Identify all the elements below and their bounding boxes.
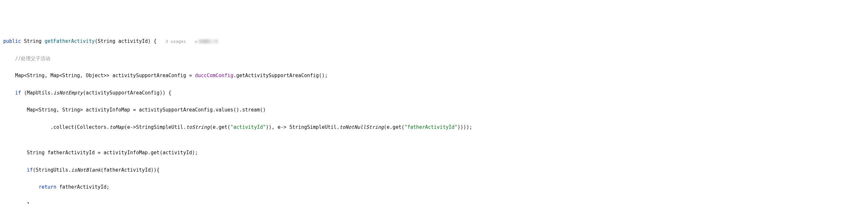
- code-line: Map<String, Map<String, Object>> activit…: [3, 71, 868, 80]
- type: String: [24, 38, 41, 44]
- code-line: }: [3, 200, 868, 204]
- text: (fatherActivityId)){: [100, 167, 160, 173]
- keyword-public: public: [3, 38, 21, 44]
- text: (e.get(: [210, 124, 230, 130]
- code-line: return fatherActivityId;: [3, 183, 868, 191]
- usages-hint[interactable]: 3 usages: [165, 39, 186, 44]
- code-line: String fatherActivityId = activityInfoMa…: [3, 148, 868, 157]
- keyword-if: if: [27, 167, 33, 173]
- father-decl: String fatherActivityId = activityInfoMa…: [27, 150, 198, 156]
- author-hint: ±: [195, 39, 197, 44]
- comment: //处理父子活动: [15, 56, 50, 61]
- text: (MapUtils.: [21, 90, 53, 96]
- text: fatherActivityId;: [57, 184, 110, 190]
- author-blur: [198, 39, 218, 43]
- info-map-decl: Map<String, String> activityInfoMap = ac…: [27, 107, 266, 113]
- static-method: isNotEmpty: [54, 90, 83, 96]
- param-type: String: [98, 38, 115, 44]
- code-line: if (MapUtils.isNotEmpty(activitySupportA…: [3, 89, 868, 97]
- text: (e->StringSimpleUtil.: [124, 124, 186, 130]
- text: (e.get(: [384, 124, 404, 130]
- text: ))));: [458, 124, 472, 130]
- code-line: if(StringUtils.isNotBlank(fatherActivity…: [3, 166, 868, 174]
- text: (StringUtils.: [33, 167, 71, 173]
- field-ref: duccComConfig: [195, 72, 233, 79]
- param-name: activityId: [118, 38, 148, 44]
- code-editor[interactable]: public String getFatherActivity(String a…: [3, 37, 868, 204]
- code-line: Map<String, String> activityInfoMap = ac…: [3, 106, 868, 114]
- keyword-if: if: [15, 90, 21, 96]
- string-literal: "fatherActivityId": [404, 124, 458, 130]
- map-declaration: Map<String, Map<String, Object>> activit…: [15, 72, 195, 79]
- static-method: toMap: [110, 124, 124, 130]
- keyword-return: return: [38, 184, 56, 190]
- code-line: public String getFatherActivity(String a…: [3, 37, 868, 46]
- string-literal: "activityId": [230, 124, 266, 130]
- method-call: .getActivitySupportAreaConfig();: [233, 72, 328, 79]
- method-name: getFatherActivity: [44, 38, 95, 44]
- code-line: .collect(Collectors.toMap(e->StringSimpl…: [3, 123, 868, 132]
- close-brace: }: [27, 201, 30, 204]
- static-method: isNotBlank: [71, 167, 100, 173]
- static-method: toString: [186, 124, 210, 130]
- text: )), e-> StringSimpleUtil.: [266, 124, 340, 130]
- static-method: toNotNullString: [340, 124, 384, 130]
- text: (activitySupportAreaConfig)) {: [83, 90, 172, 96]
- text: .collect(Collectors.: [51, 124, 110, 130]
- code-line: //处理父子活动: [3, 54, 868, 63]
